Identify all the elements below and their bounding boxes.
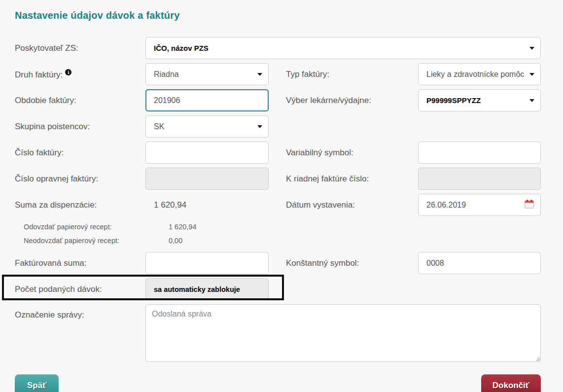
chevron-down-icon <box>257 125 262 128</box>
recept-subtotals: Odovzdať papierový recept: 1 620,94 Neod… <box>24 220 541 248</box>
suma-za-dispenzacie-value: 1 620,94 <box>145 200 269 210</box>
datum-vystavenia-value: 26.06.2019 <box>426 201 466 210</box>
variabilny-symbol-label: Variabilný symbol: <box>286 148 418 158</box>
suma-za-dispenzacie-label: Suma za dispenzácie: <box>15 200 145 210</box>
typ-faktury-label: Typ faktúry: <box>286 70 418 79</box>
info-icon[interactable]: i <box>65 69 71 75</box>
calendar-icon[interactable] <box>525 199 534 211</box>
poskytovatel-select[interactable]: IČO, názov PZS <box>145 37 541 59</box>
k-riadnej-fakture-input <box>418 168 541 190</box>
poskytovatel-label: Poskytovateľ ZS: <box>15 43 145 53</box>
footer-actions: Späť Dokončiť <box>15 374 541 392</box>
chevron-down-icon <box>257 73 262 76</box>
row-cislo-variabilny: Číslo faktúry: Variabilný symbol: <box>15 142 541 164</box>
row-pocet-davok: Počet podaných dávok: <box>15 278 541 300</box>
back-button[interactable]: Späť <box>15 374 59 392</box>
row-obdobie-vyber: Obdobie faktúry: Výber lekárne/výdajne: … <box>15 89 541 111</box>
neodovzdat-recept-row: Neodovzdať papierový recept: 0,00 <box>24 234 541 248</box>
vyber-lekarne-value: P99999SPPYZZ <box>426 96 526 105</box>
chevron-down-icon <box>529 73 534 76</box>
druh-faktury-select[interactable]: Riadna <box>145 63 269 85</box>
typ-faktury-value: Lieky a zdravotnícke pomôc <box>426 70 526 79</box>
druh-faktury-value: Riadna <box>154 70 253 79</box>
variabilny-symbol-input[interactable] <box>418 142 541 164</box>
row-suma-datum: Suma za dispenzácie: 1 620,94 Dátum vyst… <box>15 194 541 216</box>
row-skupina: Skupina poistencov: SK <box>15 115 541 138</box>
poskytovatel-value: IČO, názov PZS <box>154 44 526 52</box>
row-druh-typ: Druh faktúry:i Riadna Typ faktúry: Lieky… <box>15 63 541 85</box>
oznacenie-spravy-label: Označenie správy: <box>15 310 145 320</box>
finish-button[interactable]: Dokončiť <box>481 374 541 392</box>
neodovzdat-recept-value: 0,00 <box>145 237 541 245</box>
odovzdat-recept-row: Odovzdať papierový recept: 1 620,94 <box>24 220 541 234</box>
oznacenie-spravy-textarea[interactable] <box>145 304 541 362</box>
konstantny-symbol-input[interactable] <box>418 252 541 274</box>
row-oznacenie-spravy: Označenie správy: <box>15 304 541 362</box>
datum-vystavenia-label: Dátum vystavenia: <box>286 200 418 210</box>
odovzdat-recept-label: Odovzdať papierový recept: <box>24 223 145 231</box>
pocet-podanych-davok-input <box>145 278 269 300</box>
fakturovana-suma-label: Faktúrovaná suma: <box>15 258 145 268</box>
druh-faktury-label: Druh faktúry:i <box>15 69 145 80</box>
cislo-faktury-label: Číslo faktúry: <box>15 148 145 158</box>
invoice-settings-form: Nastavenie údajov dávok a faktúry Poskyt… <box>0 0 541 392</box>
konstantny-symbol-label: Konštantný symbol: <box>286 258 418 268</box>
chevron-down-icon <box>529 47 534 50</box>
odovzdat-recept-value: 1 620,94 <box>145 223 541 231</box>
page-title: Nastavenie údajov dávok a faktúry <box>15 10 541 21</box>
skupina-poistencov-select[interactable]: SK <box>145 115 269 138</box>
neodovzdat-recept-label: Neodovzdať papierový recept: <box>24 237 145 245</box>
fakturovana-suma-input[interactable] <box>145 252 269 274</box>
row-opravna-kriadnej: Číslo opravnej faktúry: K riadnej faktúr… <box>15 168 541 190</box>
vyber-lekarne-label: Výber lekárne/výdajne: <box>286 96 418 106</box>
datum-vystavenia-field[interactable]: 26.06.2019 <box>418 194 541 216</box>
obdobie-faktury-input[interactable] <box>145 89 269 111</box>
chevron-down-icon <box>529 99 534 102</box>
typ-faktury-select[interactable]: Lieky a zdravotnícke pomôc <box>418 63 541 85</box>
skupina-poistencov-label: Skupina poistencov: <box>15 122 145 132</box>
skupina-poistencov-value: SK <box>154 122 253 131</box>
cislo-opravnej-faktury-input <box>145 168 269 190</box>
k-riadnej-fakture-label: K riadnej faktúre číslo: <box>286 174 418 184</box>
vyber-lekarne-select[interactable]: P99999SPPYZZ <box>418 89 541 111</box>
obdobie-faktury-label: Obdobie faktúry: <box>15 96 145 106</box>
row-poskytovatel: Poskytovateľ ZS: IČO, názov PZS <box>15 37 541 59</box>
row-fakturovana-konstantny: Faktúrovaná suma: Konštantný symbol: <box>15 252 541 274</box>
cislo-faktury-input[interactable] <box>145 142 269 164</box>
cislo-opravnej-faktury-label: Číslo opravnej faktúry: <box>15 174 145 184</box>
pocet-podanych-davok-label: Počet podaných dávok: <box>15 285 145 294</box>
